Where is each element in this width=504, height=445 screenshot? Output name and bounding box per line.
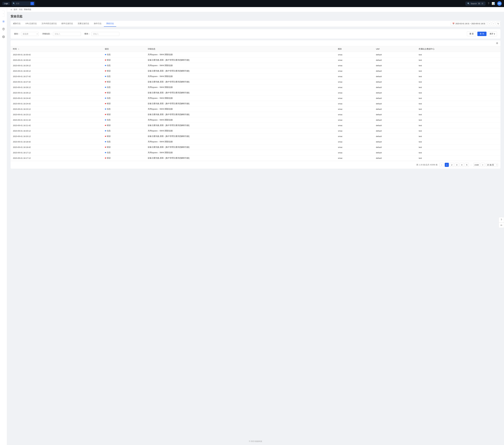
sidebar-toggle[interactable]: › [2, 11, 5, 17]
page-1-button[interactable]: 1 [445, 163, 449, 167]
pagination-ellipsis: ··· [470, 164, 472, 166]
date-range-picker[interactable]: 📅 2023-02-01 18:31 ~ 2023-05-01 18:31 [451, 22, 487, 26]
avatar[interactable]: AD [497, 1, 502, 6]
page-5-button[interactable]: 5 [465, 163, 469, 167]
cell-detail: 设备注册失败,原因：[集中管理注册消息解析失败] [145, 145, 336, 150]
cell-vrf: default [374, 117, 416, 123]
tab-traffic-filter-log[interactable]: 流量过滤日志 [75, 21, 91, 27]
per-page-select[interactable]: 20 条/页 50 条/页 100 条/页 [486, 163, 498, 167]
cell-time: 2023-05-01 18:30:42 [11, 57, 103, 63]
cell-vrf: default [374, 68, 416, 74]
cell-site: test [416, 52, 501, 57]
table-row: 2023-05-01 18:29:12 信息 关闭bypass：SMAC重新连接… [11, 63, 501, 68]
search-label: Search [471, 2, 477, 5]
pagination-info: 第 1-20 条/总共 43359 条 [416, 164, 438, 166]
page-last-button[interactable]: 2168 [473, 163, 480, 167]
page-prev-button[interactable]: ‹ [440, 163, 444, 167]
nav-search-button[interactable]: □ [30, 2, 34, 5]
sidebar-item-settings[interactable] [1, 34, 6, 39]
cell-level: 信息 [103, 95, 145, 101]
tab-file-content-filter-log[interactable]: 文件内容过滤日志 [39, 21, 59, 27]
filter-level-group: 级别： 请选择 [14, 32, 39, 36]
tab-threat-log[interactable]: 威胁日志 [11, 21, 23, 27]
pagination-bar: 第 1-20 条/总共 43359 条 ‹ 1 2 3 4 5 ··· 2168… [11, 161, 501, 169]
level-text: 信息 [107, 97, 111, 99]
page-next-button[interactable]: > [481, 163, 485, 167]
level-text: 错误 [107, 157, 111, 159]
col-detail: 详细信息 [145, 46, 336, 52]
tab-bar: 威胁日志 URL过滤日志 文件内容过滤日志 邮件过滤日志 流量过滤日志 操作日志… [11, 21, 501, 27]
cell-level: 错误 [103, 123, 145, 128]
info-dot-icon [105, 76, 106, 77]
cell-detail: 关闭bypass：SMAC重新连接 [145, 52, 336, 57]
tab-url-filter-log[interactable]: URL过滤日志 [23, 21, 39, 27]
filter-level-select[interactable]: 请选择 [21, 32, 39, 36]
cell-detail: 设备注册失败,原因：[集中管理注册消息解析失败] [145, 123, 336, 128]
tab-email-filter-log[interactable]: 邮件过滤日志 [59, 21, 75, 27]
col-site: 所属站点/数据中心 [416, 46, 501, 52]
level-text: 错误 [107, 113, 111, 116]
breadcrumb-logs[interactable]: 日志 [19, 8, 22, 11]
cell-module: smac [336, 52, 374, 57]
float-help-button[interactable]: ? [499, 217, 504, 222]
filter-detail-input[interactable] [53, 32, 81, 36]
page-3-button[interactable]: 3 [455, 163, 459, 167]
cell-site: test [416, 57, 501, 63]
query-button[interactable]: 查 询 [477, 32, 486, 36]
cell-module: smac [336, 101, 374, 106]
cell-level: 错误 [103, 155, 145, 161]
cell-level: 错误 [103, 101, 145, 106]
reset-button[interactable]: 重 置 [467, 32, 476, 36]
table-row: 2023-05-01 18:26:12 错误 设备注册失败,原因：[集中管理注册… [11, 90, 501, 95]
global-search-button[interactable]: 🔍 Search ⌘ K [466, 2, 486, 6]
filter-module-input[interactable] [91, 32, 119, 36]
table-row: 2023-05-01 18:24:42 信息 关闭bypass：SMAC重新连接… [11, 95, 501, 101]
cell-module: smac [336, 155, 374, 161]
info-dot-icon [105, 65, 106, 66]
cell-level: 错误 [103, 68, 145, 74]
table-settings-button[interactable]: ⚙ [496, 42, 498, 45]
sidebar: › [0, 7, 7, 445]
cell-time: 2023-05-01 18:21:42 [11, 123, 103, 128]
page-4-button[interactable]: 4 [460, 163, 464, 167]
table-row: 2023-05-01 18:27:42 信息 关闭bypass：SMAC重新连接… [11, 74, 501, 79]
cell-detail: 设备注册失败,原因：[集中管理注册消息解析失败] [145, 90, 336, 95]
page-2-button[interactable]: 2 [450, 163, 454, 167]
cell-vrf: default [374, 74, 416, 79]
cell-level: 信息 [103, 150, 145, 155]
date-next-button[interactable]: › [492, 22, 495, 26]
content-area: ⊙ / 监控 / 日志 / 安全日志 安全日志 威胁日志 URL过滤日志 文件内… [7, 7, 504, 445]
cell-level: 错误 [103, 145, 145, 150]
date-prev-button[interactable]: ‹ [488, 22, 491, 26]
cell-level: 错误 [103, 57, 145, 63]
tab-operation-log[interactable]: 操作日志 [91, 21, 104, 27]
nav-search-input[interactable] [16, 2, 30, 4]
cell-site: test [416, 79, 501, 85]
search-small-icon: 🔍 [13, 2, 15, 4]
expand-button[interactable]: 展开 ▾ [488, 32, 497, 36]
float-edit-button[interactable]: ✏ [499, 222, 504, 228]
col-level: 级别 [103, 46, 145, 52]
level-text: 信息 [107, 53, 111, 56]
tab-system-log[interactable]: 系统日志 [104, 21, 116, 27]
table-row: 2023-05-01 18:23:12 信息 关闭bypass：SMAC重新连接… [11, 106, 501, 112]
cell-module: smac [336, 150, 374, 155]
cell-detail: 设备注册失败,原因：[集中管理注册消息解析失败] [145, 57, 336, 63]
sidebar-item-monitor[interactable] [1, 19, 6, 24]
error-dot-icon [105, 125, 106, 126]
refresh-button[interactable]: ↻ [496, 22, 501, 26]
breadcrumb-monitor[interactable]: 监控 [14, 8, 17, 11]
cell-vrf: default [374, 95, 416, 101]
cell-site: test [416, 139, 501, 145]
svg-point-2 [3, 37, 4, 37]
filter-level-label: 级别： [14, 33, 20, 35]
error-dot-icon [105, 59, 106, 61]
level-text: 信息 [107, 119, 111, 121]
sidebar-item-location[interactable] [1, 26, 6, 32]
cell-vrf: default [374, 90, 416, 95]
error-dot-icon [105, 92, 106, 93]
stats-button[interactable]: 📊 [492, 2, 495, 5]
page-title: 安全日志 [11, 14, 501, 19]
cell-module: smac [336, 95, 374, 101]
help-button[interactable]: ? [488, 2, 489, 5]
